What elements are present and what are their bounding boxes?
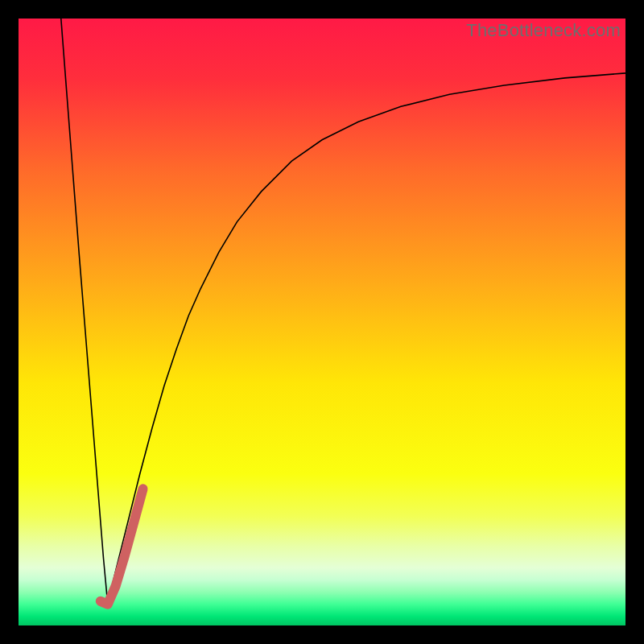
bottleneck-chart xyxy=(19,19,625,625)
gradient-backdrop xyxy=(19,19,625,625)
watermark-text: TheBottleneck.com xyxy=(466,20,621,41)
chart-frame: TheBottleneck.com xyxy=(19,19,625,625)
